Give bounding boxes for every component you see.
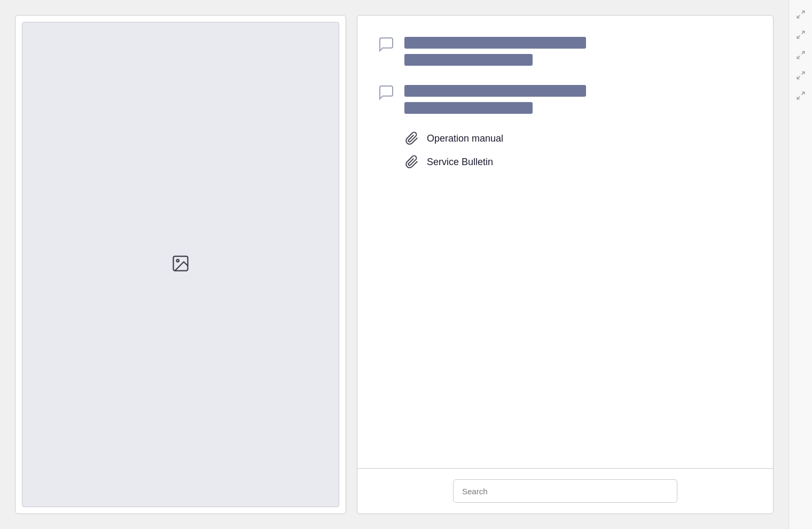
paperclip-icon-2 <box>404 154 419 169</box>
chat-lines-1 <box>404 35 586 66</box>
attachment-label-service-bulletin: Service Bulletin <box>427 157 493 168</box>
chat-bubble-icon-1 <box>377 35 396 54</box>
right-panel: Operation manual Service Bulletin <box>357 15 774 514</box>
search-input[interactable] <box>453 479 677 503</box>
chat-line-long-1 <box>404 37 586 49</box>
chat-line-short-2 <box>404 102 533 114</box>
expand-icon-4[interactable] <box>795 69 807 81</box>
expand-icon-5[interactable] <box>795 90 807 102</box>
chat-line-long-2 <box>404 85 586 97</box>
search-bar-area <box>357 468 773 514</box>
chat-lines-2 <box>404 83 586 114</box>
svg-line-2 <box>801 11 804 13</box>
attachment-operation-manual[interactable]: Operation manual <box>404 131 754 146</box>
chat-item-1 <box>377 35 754 66</box>
svg-line-9 <box>797 76 800 79</box>
svg-line-11 <box>797 97 800 99</box>
chat-item-2 <box>377 83 754 114</box>
left-panel <box>15 15 346 514</box>
attachments-section: Operation manual Service Bulletin <box>377 131 754 169</box>
sidebar-right <box>788 0 812 529</box>
svg-line-4 <box>801 31 804 34</box>
image-icon <box>171 254 190 275</box>
attachment-label-operation-manual: Operation manual <box>427 133 503 144</box>
main-area: Operation manual Service Bulletin <box>0 0 788 529</box>
image-placeholder <box>22 22 339 507</box>
svg-line-3 <box>797 15 800 18</box>
chat-line-short-1 <box>404 54 533 66</box>
svg-line-6 <box>801 51 804 54</box>
attachment-service-bulletin[interactable]: Service Bulletin <box>404 154 754 169</box>
svg-line-5 <box>797 36 800 38</box>
svg-line-8 <box>801 72 804 74</box>
expand-icon-2[interactable] <box>795 29 807 41</box>
chat-bubble-icon-2 <box>377 83 396 102</box>
svg-point-1 <box>177 260 179 262</box>
expand-icon-1[interactable] <box>795 9 807 20</box>
svg-line-7 <box>797 56 800 59</box>
right-panel-content: Operation manual Service Bulletin <box>357 15 773 468</box>
expand-icon-3[interactable] <box>795 49 807 61</box>
svg-line-10 <box>801 92 804 95</box>
paperclip-icon-1 <box>404 131 419 146</box>
